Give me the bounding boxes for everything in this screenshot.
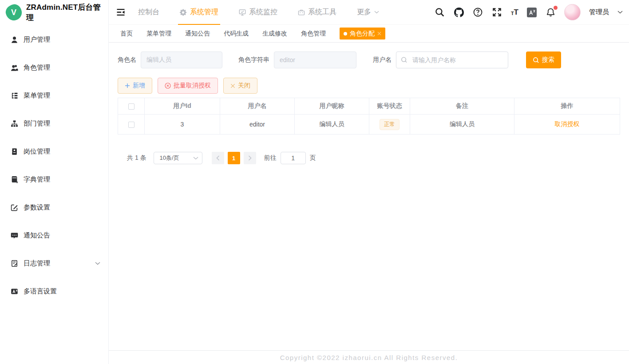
search-button-label: 搜索 [542, 56, 554, 64]
page-unit-label: 页 [310, 154, 316, 162]
topbar-tools: TT 管理员 [435, 4, 623, 20]
sidebar-item-logs[interactable]: 日志管理 [0, 249, 108, 277]
tab-generate-modify[interactable]: 生成修改 [262, 30, 287, 38]
chevron-down-icon[interactable] [617, 11, 623, 14]
page-number-button[interactable]: 1 [228, 152, 240, 164]
add-button[interactable]: 新增 [118, 78, 152, 94]
sidebar-item-dictionary[interactable]: 字典管理 [0, 166, 108, 194]
batch-cancel-auth-label: 批量取消授权 [174, 82, 211, 90]
log-icon [11, 260, 18, 267]
cell-nick-name: 编辑人员 [295, 115, 369, 135]
nav-item-system-management[interactable]: 系统管理 [178, 0, 220, 25]
close-icon[interactable] [377, 32, 381, 36]
nav-label: 系统监控 [249, 8, 277, 17]
user-name-label: 用户名 [373, 56, 392, 64]
search-button[interactable]: 搜索 [526, 51, 561, 68]
github-icon[interactable] [454, 7, 464, 18]
nav-label: 系统管理 [190, 8, 218, 17]
app-title: ZRAdmin.NET后台管理 [26, 2, 108, 23]
sidebar-item-languages[interactable]: 多语言设置 [0, 277, 108, 305]
nav-item-console[interactable]: 控制台 [136, 0, 161, 25]
pagination-total: 共 1 条 [127, 154, 146, 162]
sidebar-item-parameters[interactable]: 参数设置 [0, 194, 108, 222]
users-icon [11, 64, 18, 71]
role-key-label: 角色字符串 [238, 56, 269, 64]
tab-code-generation[interactable]: 代码生成 [224, 30, 249, 38]
nav-label: 控制台 [138, 8, 159, 17]
role-key-input[interactable] [274, 51, 356, 68]
prev-page-button[interactable] [212, 152, 224, 164]
add-button-label: 新增 [133, 82, 145, 90]
user-name: 管理员 [589, 8, 609, 16]
page-size-select[interactable]: 10条/页 [154, 152, 202, 164]
active-dot [344, 32, 347, 36]
batch-cancel-auth-button[interactable]: 批量取消授权 [158, 78, 218, 94]
nav-label: 系统工具 [308, 8, 336, 17]
close-icon [230, 83, 235, 88]
top-nav: 控制台 系统管理 系统监控 [136, 0, 398, 25]
sidebar-item-label: 部门管理 [24, 119, 50, 128]
tabs-bar: 首页 菜单管理 通知公告 代码生成 生成修改 角色管理 角色分配 [109, 25, 629, 43]
notifications-bell-icon[interactable] [545, 7, 556, 18]
tab-notices[interactable]: 通知公告 [185, 30, 210, 38]
avatar[interactable] [564, 4, 581, 20]
sidebar-item-label: 多语言设置 [24, 287, 57, 296]
select-all-checkbox[interactable] [128, 103, 135, 110]
monitor-icon [239, 9, 246, 16]
toolbar: 新增 批量取消授权 关闭 [118, 78, 620, 94]
cell-remark: 编辑人员 [410, 115, 514, 135]
translate-icon[interactable] [527, 8, 537, 17]
chevron-down-icon [95, 262, 100, 265]
font-size-icon[interactable]: TT [511, 8, 518, 16]
tab-menu-management[interactable]: 菜单管理 [146, 30, 171, 38]
gear-icon [180, 9, 187, 16]
logo-icon: V [4, 3, 23, 22]
edit-square-icon [11, 204, 18, 211]
menu-tree-icon [11, 92, 18, 99]
notification-dot [554, 6, 558, 10]
sidebar-item-label: 用户管理 [24, 36, 50, 44]
sidebar-fold-icon[interactable] [115, 7, 127, 18]
cancel-auth-link[interactable]: 取消授权 [555, 120, 580, 127]
sidebar-item-notices[interactable]: 通知公告 [0, 222, 108, 249]
sidebar-menu: 用户管理 角色管理 菜单管理 部门管理 [0, 25, 108, 305]
column-remark: 备注 [410, 98, 514, 115]
tab-label: 角色分配 [350, 30, 375, 38]
role-name-input[interactable] [141, 51, 222, 68]
sidebar-item-label: 参数设置 [24, 203, 50, 212]
help-icon[interactable] [473, 7, 483, 18]
table-row: 3 editor 编辑人员 正常 编辑人员 取消授权 [118, 115, 620, 135]
fullscreen-icon[interactable] [492, 7, 502, 18]
plus-icon [125, 83, 130, 88]
row-checkbox[interactable] [128, 122, 135, 128]
close-button[interactable]: 关闭 [223, 78, 257, 94]
nav-item-more[interactable]: 更多 [355, 0, 381, 25]
badge-icon [11, 148, 18, 155]
cell-user-id: 3 [145, 115, 220, 135]
tab-role-management[interactable]: 角色管理 [301, 30, 326, 38]
role-name-label: 角色名 [118, 56, 136, 64]
chevron-down-icon [193, 157, 198, 160]
search-icon[interactable] [435, 7, 445, 18]
chevron-down-icon [374, 11, 379, 14]
goto-page-input[interactable] [281, 152, 306, 164]
tab-home[interactable]: 首页 [120, 30, 133, 38]
column-actions: 操作 [514, 98, 620, 115]
sidebar-item-label: 日志管理 [24, 259, 50, 268]
nav-item-system-tools[interactable]: 系统工具 [296, 0, 338, 25]
tab-role-assignment-active[interactable]: 角色分配 [340, 28, 385, 40]
sidebar-item-users[interactable]: 用户管理 [0, 26, 108, 54]
topbar: 控制台 系统管理 系统监控 [109, 0, 629, 25]
footer: Copyright ©2022 izhaorui.cn All Rights R… [109, 350, 629, 364]
sidebar-item-label: 通知公告 [24, 231, 50, 240]
sidebar-item-roles[interactable]: 角色管理 [0, 54, 108, 82]
user-name-input[interactable] [396, 51, 508, 68]
circle-close-icon [165, 83, 171, 89]
sidebar-item-label: 字典管理 [24, 175, 50, 184]
sidebar-item-menus[interactable]: 菜单管理 [0, 82, 108, 110]
nav-item-system-monitor[interactable]: 系统监控 [237, 0, 279, 25]
sidebar-item-departments[interactable]: 部门管理 [0, 110, 108, 138]
app-logo[interactable]: V ZRAdmin.NET后台管理 [0, 0, 108, 25]
next-page-button[interactable] [244, 152, 256, 164]
sidebar-item-posts[interactable]: 岗位管理 [0, 138, 108, 166]
